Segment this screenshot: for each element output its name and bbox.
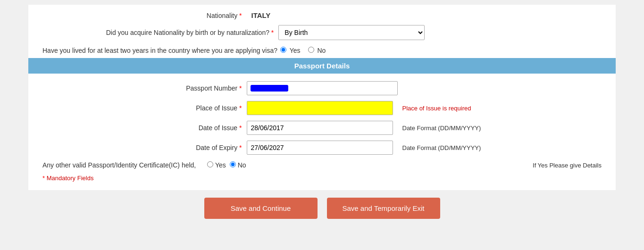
place-of-issue-error: Place of Issue is required	[402, 105, 506, 112]
acquisition-input-col: By Birth By Naturalization	[278, 25, 429, 40]
any-other-yes-label[interactable]: Yes	[207, 161, 226, 169]
date-of-expiry-row: Date of Expiry * Date Format (DD/MM/YYYY…	[28, 138, 616, 158]
any-other-no-label[interactable]: No	[230, 161, 246, 169]
date-of-issue-hint-text: Date Format (DD/MM/YYYY)	[402, 125, 481, 132]
passport-number-input[interactable]	[247, 81, 398, 95]
date-of-expiry-hint: Date Format (DD/MM/YYYY)	[402, 144, 506, 151]
nationality-required: *	[239, 12, 242, 19]
any-other-yes-radio[interactable]	[207, 161, 213, 167]
place-of-issue-row: Place of Issue * Place of Issue is requi…	[28, 98, 616, 118]
date-of-issue-hint: Date Format (DD/MM/YYYY)	[402, 125, 506, 132]
place-of-issue-label: Place of Issue *	[138, 104, 242, 112]
any-other-yes-text: Yes	[215, 161, 226, 169]
place-of-issue-input[interactable]	[247, 101, 393, 115]
lived-question-row: Have you lived for at least two years in…	[28, 43, 616, 58]
place-of-issue-error-text: Place of Issue is required	[402, 105, 471, 112]
lived-radio-group: Yes No	[280, 47, 328, 54]
lived-no-text: No	[317, 47, 326, 54]
passport-number-row: Passport Number *	[28, 78, 616, 98]
date-of-issue-row: Date of Issue * Date Format (DD/MM/YYYY)	[28, 118, 616, 138]
passport-section-header: Passport Details	[28, 58, 616, 74]
date-of-expiry-input[interactable]	[247, 141, 393, 155]
buttons-row: Save and Continue Save and Temporarily E…	[28, 190, 616, 224]
lived-yes-label[interactable]: Yes	[280, 47, 300, 54]
nationality-label: Nationality *	[138, 12, 242, 19]
passport-header-text: Passport Details	[294, 62, 350, 70]
save-continue-label: Save and Continue	[231, 204, 291, 212]
passport-number-input-col	[247, 81, 398, 95]
any-other-no-text: No	[238, 161, 246, 169]
mandatory-star: *	[42, 175, 45, 182]
date-of-expiry-label: Date of Expiry *	[138, 144, 242, 151]
mandatory-text: Mandatory Fields	[47, 175, 94, 182]
date-of-expiry-required: *	[239, 144, 242, 151]
any-other-row: Any other valid Passport/Identity Certif…	[28, 158, 616, 173]
nationality-acquisition-row: Did you acquire Nationality by birth or …	[28, 22, 616, 43]
save-exit-label: Save and Temporarily Exit	[343, 204, 425, 212]
place-of-issue-input-col	[247, 101, 398, 115]
date-of-expiry-label-text: Date of Expiry	[196, 144, 237, 151]
nationality-row: Nationality * ITALY	[28, 8, 616, 22]
passport-section: Passport Number * Place of Issue * Place…	[28, 74, 616, 190]
passport-number-label-text: Passport Number	[186, 84, 237, 92]
nationality-acquisition-select[interactable]: By Birth By Naturalization	[278, 25, 425, 40]
acquisition-label: Did you acquire Nationality by birth or …	[106, 29, 274, 36]
any-other-hint-text: If Yes Please give Details	[533, 162, 602, 169]
any-other-radio-group: Yes No	[207, 161, 246, 169]
acquisition-label-text: Did you acquire Nationality by birth or …	[106, 29, 269, 36]
date-of-issue-input[interactable]	[247, 121, 393, 135]
lived-no-radio[interactable]	[308, 47, 314, 53]
place-of-issue-required: *	[239, 104, 242, 112]
top-section: Nationality * ITALY Did you acquire Nati…	[28, 5, 616, 58]
any-other-text: Any other valid Passport/Identity Certif…	[42, 161, 196, 169]
date-of-expiry-hint-text: Date Format (DD/MM/YYYY)	[402, 144, 481, 151]
place-of-issue-label-text: Place of Issue	[196, 104, 237, 112]
nationality-value: ITALY	[251, 11, 271, 19]
date-of-issue-label-text: Date of Issue	[199, 124, 238, 132]
passport-number-required: *	[239, 84, 242, 92]
passport-number-label: Passport Number *	[138, 84, 242, 92]
nationality-label-text: Nationality	[207, 12, 237, 19]
nationality-value-col: ITALY	[247, 11, 398, 19]
any-other-hint: If Yes Please give Details	[533, 162, 602, 169]
lived-no-label[interactable]: No	[308, 47, 326, 54]
acquisition-required: *	[271, 29, 274, 36]
mandatory-row: * Mandatory Fields	[28, 173, 616, 185]
page-wrapper: Nationality * ITALY Did you acquire Nati…	[0, 0, 644, 250]
any-other-no-radio[interactable]	[230, 161, 236, 167]
save-exit-button[interactable]: Save and Temporarily Exit	[327, 198, 440, 219]
date-of-issue-input-col	[247, 121, 398, 135]
date-of-expiry-input-col	[247, 141, 398, 155]
date-of-issue-label: Date of Issue *	[138, 124, 242, 132]
save-continue-button[interactable]: Save and Continue	[204, 198, 318, 219]
mandatory-label: Mandatory Fields	[47, 175, 94, 182]
lived-question-text: Have you lived for at least two years in…	[42, 47, 277, 54]
date-of-issue-required: *	[239, 124, 242, 132]
lived-yes-text: Yes	[290, 47, 301, 54]
lived-yes-radio[interactable]	[280, 47, 286, 53]
